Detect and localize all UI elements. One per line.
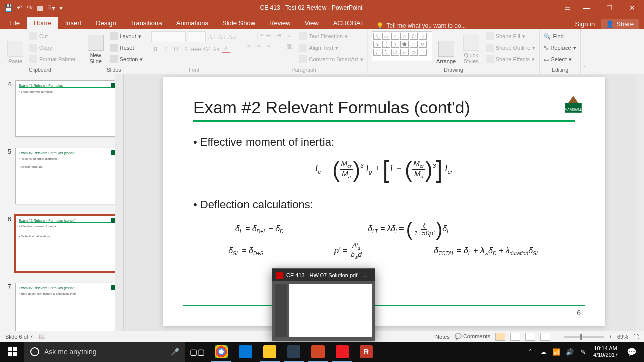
comments-button[interactable]: 💬 Comments (455, 333, 490, 340)
mic-icon[interactable]: 🎤 (171, 348, 179, 356)
cortana-search[interactable]: Ask me anything 🎤 (24, 342, 185, 362)
normal-view-button[interactable] (495, 333, 505, 341)
tab-transitions[interactable]: Transitions (123, 17, 169, 29)
notes-button[interactable]: ≡ Notes (431, 334, 450, 340)
save-icon[interactable]: 💾 (4, 4, 13, 12)
sorter-view-button[interactable] (510, 333, 520, 341)
signin-link[interactable]: Sign in (575, 20, 595, 28)
strike-button[interactable]: abc (192, 45, 200, 53)
shapes-gallery[interactable]: ╲▭○△⬠☆ ↘{}⬟◇↻ ⤴⤵⬡▱⬭⋯ (372, 31, 432, 61)
start-button[interactable] (0, 342, 24, 362)
underline-button[interactable]: U (172, 45, 180, 53)
maximize-button[interactable]: ☐ (598, 0, 621, 15)
taskbar-app[interactable] (282, 342, 306, 362)
italic-button[interactable]: I (162, 45, 170, 53)
taskbar-powerpoint[interactable] (306, 342, 330, 362)
tray-pen-icon[interactable]: ✎ (576, 348, 589, 356)
text-direction-button[interactable]: Text Direction ▾ (299, 31, 363, 41)
align-text-button[interactable]: Align Text ▾ (299, 43, 363, 53)
zoom-value[interactable]: 69% (617, 334, 628, 340)
shadow-button[interactable]: S (182, 45, 190, 53)
tab-view[interactable]: View (298, 17, 326, 29)
cut-button[interactable]: Cut (29, 31, 76, 41)
tab-animations[interactable]: Animations (169, 17, 215, 29)
qat-more-icon[interactable]: ▾ (59, 4, 63, 12)
reading-view-button[interactable] (525, 333, 535, 341)
tab-file[interactable]: File (2, 17, 27, 29)
slide-counter[interactable]: Slide 6 of 7 (5, 334, 33, 340)
task-view-button[interactable]: ▢▢ (185, 342, 209, 362)
tab-home[interactable]: Home (27, 17, 58, 29)
layout-button[interactable]: Layout ▾ (110, 31, 143, 41)
font-color-button[interactable]: A (222, 45, 230, 53)
taskbar-edge[interactable] (233, 342, 258, 362)
tab-insert[interactable]: Insert (58, 17, 89, 29)
slide-page[interactable]: MARSHALL Exam #2 Relevant Formulas (cont… (163, 77, 605, 326)
spellcheck-icon[interactable]: 📖 (39, 333, 46, 340)
font-size-dropdown[interactable] (188, 31, 206, 42)
tab-acrobat[interactable]: ACROBAT (326, 17, 371, 29)
tell-me-search[interactable]: 💡 Tell me what you want to do... (371, 22, 466, 29)
touch-mode-icon[interactable]: ☟▾ (47, 4, 55, 12)
clear-format-icon[interactable]: Aφ (228, 33, 236, 41)
tray-onedrive-icon[interactable]: ☁ (537, 348, 550, 356)
bold-button[interactable]: B (151, 45, 159, 53)
canvas-scrollbar[interactable] (636, 74, 644, 342)
paste-button[interactable]: Paste (4, 31, 26, 64)
collapse-ribbon-icon[interactable]: ˆ (581, 29, 589, 74)
thumbnail-4[interactable]: 4 Exam #2 Relevant Formulas• Shear analy… (0, 77, 123, 145)
ribbon-options-icon[interactable]: ▭ (559, 0, 575, 15)
minimize-button[interactable]: — (575, 0, 598, 15)
tab-design[interactable]: Design (89, 17, 123, 29)
align-left-icon[interactable]: ≡ (245, 42, 253, 50)
taskbar-chrome[interactable] (209, 342, 233, 362)
copy-button[interactable]: Copy (29, 43, 76, 53)
select-button[interactable]: ▭Select ▾ (544, 54, 576, 64)
format-painter-button[interactable]: Format Painter (29, 54, 76, 64)
redo-icon[interactable]: ↷ (27, 4, 33, 12)
taskbar-acrobat[interactable] (330, 342, 354, 362)
arrange-button[interactable]: Arrange (435, 31, 457, 64)
tray-volume-icon[interactable]: 🔊 (563, 348, 576, 356)
share-button[interactable]: 👤 Share (601, 19, 639, 29)
start-from-beginning-icon[interactable]: ▦ (37, 4, 43, 12)
zoom-in-button[interactable]: + (609, 334, 612, 340)
font-family-dropdown[interactable] (151, 31, 186, 42)
quick-styles-button[interactable]: Quick Styles (460, 31, 482, 64)
bullets-icon[interactable]: ≣ (245, 31, 253, 39)
new-slide-button[interactable]: New Slide (85, 31, 107, 64)
thumbnail-5[interactable]: 5 Exam #2 Relevant Formulas (cont'd)• Re… (0, 145, 123, 212)
action-center-button[interactable]: 💬 (622, 347, 642, 357)
taskbar-risa[interactable]: R (354, 342, 378, 362)
thumbnail-scrollbar[interactable] (115, 74, 123, 342)
taskbar-explorer[interactable] (258, 342, 282, 362)
section-button[interactable]: Section ▾ (110, 54, 143, 64)
indent-inc-icon[interactable]: ⇥ (275, 31, 283, 39)
shape-outline-button[interactable]: Shape Outline ▾ (486, 43, 536, 53)
fit-to-window-button[interactable]: ⛶ (633, 334, 639, 340)
align-center-icon[interactable]: ≡ (255, 42, 263, 50)
align-right-icon[interactable]: ≡ (265, 42, 273, 50)
find-button[interactable]: 🔍Find (544, 31, 576, 41)
tray-chevron-icon[interactable]: ˄ (524, 348, 537, 356)
line-spacing-icon[interactable]: ‡ (285, 31, 293, 39)
shape-fill-button[interactable]: Shape Fill ▾ (486, 31, 536, 41)
justify-icon[interactable]: ≣ (275, 42, 283, 50)
tab-review[interactable]: Review (262, 17, 298, 29)
zoom-out-button[interactable]: − (555, 334, 558, 340)
taskbar-clock[interactable]: 10:14 AM 4/10/2017 (589, 345, 622, 358)
undo-icon[interactable]: ↶ (17, 4, 23, 12)
spacing-button[interactable]: AV (202, 45, 210, 53)
shape-effects-button[interactable]: Shape Effects ▾ (486, 54, 536, 64)
slideshow-view-button[interactable] (540, 333, 550, 341)
case-button[interactable]: Aa (212, 45, 220, 53)
tab-slideshow[interactable]: Slide Show (215, 17, 262, 29)
numbering-icon[interactable]: ⋮≡ (255, 31, 263, 39)
reset-button[interactable]: Reset (110, 43, 143, 53)
increase-font-icon[interactable]: A↑ (208, 33, 216, 41)
thumbnail-6[interactable]: 6 Exam #2 Relevant Formulas (cont'd)• Ef… (0, 212, 123, 280)
zoom-slider[interactable] (564, 336, 604, 338)
replace-button[interactable]: ᵇₐReplace ▾ (544, 43, 576, 53)
columns-icon[interactable]: ▥ (285, 42, 293, 50)
smartart-button[interactable]: Convert to SmartArt ▾ (299, 54, 363, 64)
